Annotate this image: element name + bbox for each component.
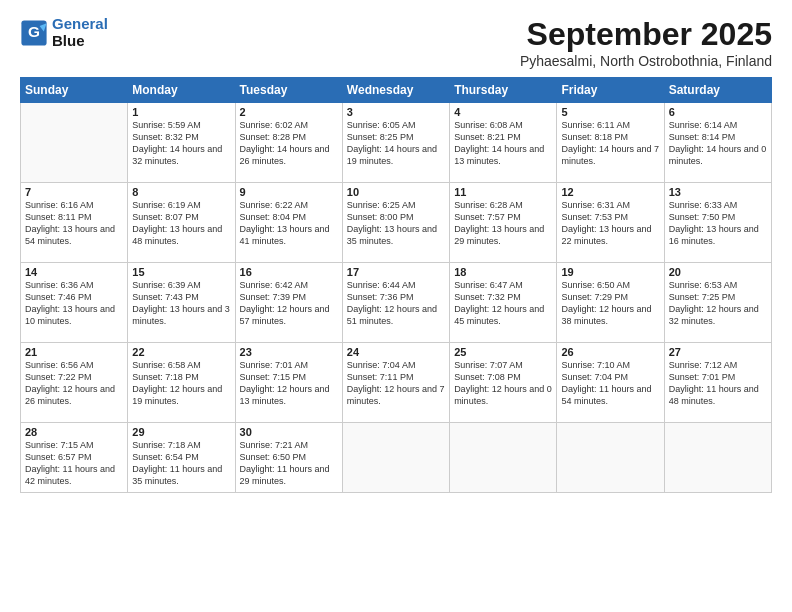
cell-info: Sunrise: 7:15 AMSunset: 6:57 PMDaylight:… bbox=[25, 439, 123, 488]
calendar-cell: 27Sunrise: 7:12 AMSunset: 7:01 PMDayligh… bbox=[664, 343, 771, 423]
calendar-cell: 20Sunrise: 6:53 AMSunset: 7:25 PMDayligh… bbox=[664, 263, 771, 343]
cell-info: Sunrise: 6:33 AMSunset: 7:50 PMDaylight:… bbox=[669, 199, 767, 248]
header: G General Blue September 2025 Pyhaesalmi… bbox=[20, 16, 772, 69]
calendar-cell: 3Sunrise: 6:05 AMSunset: 8:25 PMDaylight… bbox=[342, 103, 449, 183]
day-number: 1 bbox=[132, 106, 230, 118]
cell-info: Sunrise: 6:02 AMSunset: 8:28 PMDaylight:… bbox=[240, 119, 338, 168]
month-title: September 2025 bbox=[520, 16, 772, 53]
calendar-header-row: SundayMondayTuesdayWednesdayThursdayFrid… bbox=[21, 78, 772, 103]
cell-info: Sunrise: 6:08 AMSunset: 8:21 PMDaylight:… bbox=[454, 119, 552, 168]
title-block: September 2025 Pyhaesalmi, North Ostrobo… bbox=[520, 16, 772, 69]
calendar-cell: 23Sunrise: 7:01 AMSunset: 7:15 PMDayligh… bbox=[235, 343, 342, 423]
cell-info: Sunrise: 6:28 AMSunset: 7:57 PMDaylight:… bbox=[454, 199, 552, 248]
day-number: 26 bbox=[561, 346, 659, 358]
logo-icon: G bbox=[20, 19, 48, 47]
header-sunday: Sunday bbox=[21, 78, 128, 103]
day-number: 12 bbox=[561, 186, 659, 198]
day-number: 10 bbox=[347, 186, 445, 198]
calendar-cell: 1Sunrise: 5:59 AMSunset: 8:32 PMDaylight… bbox=[128, 103, 235, 183]
cell-info: Sunrise: 6:58 AMSunset: 7:18 PMDaylight:… bbox=[132, 359, 230, 408]
cell-info: Sunrise: 7:21 AMSunset: 6:50 PMDaylight:… bbox=[240, 439, 338, 488]
day-number: 6 bbox=[669, 106, 767, 118]
week-row-2: 7Sunrise: 6:16 AMSunset: 8:11 PMDaylight… bbox=[21, 183, 772, 263]
calendar-cell: 13Sunrise: 6:33 AMSunset: 7:50 PMDayligh… bbox=[664, 183, 771, 263]
header-friday: Friday bbox=[557, 78, 664, 103]
day-number: 5 bbox=[561, 106, 659, 118]
cell-info: Sunrise: 7:07 AMSunset: 7:08 PMDaylight:… bbox=[454, 359, 552, 408]
day-number: 23 bbox=[240, 346, 338, 358]
cell-info: Sunrise: 6:47 AMSunset: 7:32 PMDaylight:… bbox=[454, 279, 552, 328]
week-row-3: 14Sunrise: 6:36 AMSunset: 7:46 PMDayligh… bbox=[21, 263, 772, 343]
calendar-cell: 16Sunrise: 6:42 AMSunset: 7:39 PMDayligh… bbox=[235, 263, 342, 343]
page-container: G General Blue September 2025 Pyhaesalmi… bbox=[0, 0, 792, 503]
calendar-cell: 24Sunrise: 7:04 AMSunset: 7:11 PMDayligh… bbox=[342, 343, 449, 423]
header-saturday: Saturday bbox=[664, 78, 771, 103]
cell-info: Sunrise: 6:42 AMSunset: 7:39 PMDaylight:… bbox=[240, 279, 338, 328]
cell-info: Sunrise: 6:11 AMSunset: 8:18 PMDaylight:… bbox=[561, 119, 659, 168]
day-number: 30 bbox=[240, 426, 338, 438]
cell-info: Sunrise: 6:25 AMSunset: 8:00 PMDaylight:… bbox=[347, 199, 445, 248]
day-number: 29 bbox=[132, 426, 230, 438]
calendar-cell: 6Sunrise: 6:14 AMSunset: 8:14 PMDaylight… bbox=[664, 103, 771, 183]
calendar-cell: 11Sunrise: 6:28 AMSunset: 7:57 PMDayligh… bbox=[450, 183, 557, 263]
calendar-cell: 26Sunrise: 7:10 AMSunset: 7:04 PMDayligh… bbox=[557, 343, 664, 423]
cell-info: Sunrise: 7:04 AMSunset: 7:11 PMDaylight:… bbox=[347, 359, 445, 408]
cell-info: Sunrise: 6:56 AMSunset: 7:22 PMDaylight:… bbox=[25, 359, 123, 408]
day-number: 25 bbox=[454, 346, 552, 358]
cell-info: Sunrise: 6:19 AMSunset: 8:07 PMDaylight:… bbox=[132, 199, 230, 248]
calendar-cell bbox=[342, 423, 449, 493]
header-tuesday: Tuesday bbox=[235, 78, 342, 103]
header-thursday: Thursday bbox=[450, 78, 557, 103]
svg-text:G: G bbox=[28, 23, 40, 40]
calendar-cell: 14Sunrise: 6:36 AMSunset: 7:46 PMDayligh… bbox=[21, 263, 128, 343]
day-number: 9 bbox=[240, 186, 338, 198]
day-number: 13 bbox=[669, 186, 767, 198]
day-number: 24 bbox=[347, 346, 445, 358]
calendar-cell: 28Sunrise: 7:15 AMSunset: 6:57 PMDayligh… bbox=[21, 423, 128, 493]
cell-info: Sunrise: 6:39 AMSunset: 7:43 PMDaylight:… bbox=[132, 279, 230, 328]
calendar-cell: 21Sunrise: 6:56 AMSunset: 7:22 PMDayligh… bbox=[21, 343, 128, 423]
header-monday: Monday bbox=[128, 78, 235, 103]
week-row-1: 1Sunrise: 5:59 AMSunset: 8:32 PMDaylight… bbox=[21, 103, 772, 183]
calendar-cell: 8Sunrise: 6:19 AMSunset: 8:07 PMDaylight… bbox=[128, 183, 235, 263]
calendar-cell: 10Sunrise: 6:25 AMSunset: 8:00 PMDayligh… bbox=[342, 183, 449, 263]
header-wednesday: Wednesday bbox=[342, 78, 449, 103]
week-row-4: 21Sunrise: 6:56 AMSunset: 7:22 PMDayligh… bbox=[21, 343, 772, 423]
day-number: 4 bbox=[454, 106, 552, 118]
day-number: 27 bbox=[669, 346, 767, 358]
day-number: 2 bbox=[240, 106, 338, 118]
logo-blue: Blue bbox=[52, 32, 85, 49]
day-number: 3 bbox=[347, 106, 445, 118]
day-number: 21 bbox=[25, 346, 123, 358]
day-number: 28 bbox=[25, 426, 123, 438]
calendar-table: SundayMondayTuesdayWednesdayThursdayFrid… bbox=[20, 77, 772, 493]
day-number: 19 bbox=[561, 266, 659, 278]
day-number: 20 bbox=[669, 266, 767, 278]
week-row-5: 28Sunrise: 7:15 AMSunset: 6:57 PMDayligh… bbox=[21, 423, 772, 493]
calendar-cell: 19Sunrise: 6:50 AMSunset: 7:29 PMDayligh… bbox=[557, 263, 664, 343]
cell-info: Sunrise: 7:12 AMSunset: 7:01 PMDaylight:… bbox=[669, 359, 767, 408]
day-number: 18 bbox=[454, 266, 552, 278]
calendar-cell bbox=[664, 423, 771, 493]
cell-info: Sunrise: 7:10 AMSunset: 7:04 PMDaylight:… bbox=[561, 359, 659, 408]
day-number: 8 bbox=[132, 186, 230, 198]
cell-info: Sunrise: 6:53 AMSunset: 7:25 PMDaylight:… bbox=[669, 279, 767, 328]
cell-info: Sunrise: 7:01 AMSunset: 7:15 PMDaylight:… bbox=[240, 359, 338, 408]
calendar-cell: 2Sunrise: 6:02 AMSunset: 8:28 PMDaylight… bbox=[235, 103, 342, 183]
day-number: 15 bbox=[132, 266, 230, 278]
day-number: 22 bbox=[132, 346, 230, 358]
calendar-cell bbox=[21, 103, 128, 183]
cell-info: Sunrise: 6:44 AMSunset: 7:36 PMDaylight:… bbox=[347, 279, 445, 328]
cell-info: Sunrise: 6:22 AMSunset: 8:04 PMDaylight:… bbox=[240, 199, 338, 248]
logo-general: General bbox=[52, 15, 108, 32]
cell-info: Sunrise: 7:18 AMSunset: 6:54 PMDaylight:… bbox=[132, 439, 230, 488]
calendar-cell: 17Sunrise: 6:44 AMSunset: 7:36 PMDayligh… bbox=[342, 263, 449, 343]
location-subtitle: Pyhaesalmi, North Ostrobothnia, Finland bbox=[520, 53, 772, 69]
calendar-cell bbox=[557, 423, 664, 493]
cell-info: Sunrise: 6:16 AMSunset: 8:11 PMDaylight:… bbox=[25, 199, 123, 248]
cell-info: Sunrise: 6:36 AMSunset: 7:46 PMDaylight:… bbox=[25, 279, 123, 328]
calendar-cell: 18Sunrise: 6:47 AMSunset: 7:32 PMDayligh… bbox=[450, 263, 557, 343]
day-number: 7 bbox=[25, 186, 123, 198]
cell-info: Sunrise: 6:50 AMSunset: 7:29 PMDaylight:… bbox=[561, 279, 659, 328]
calendar-cell bbox=[450, 423, 557, 493]
